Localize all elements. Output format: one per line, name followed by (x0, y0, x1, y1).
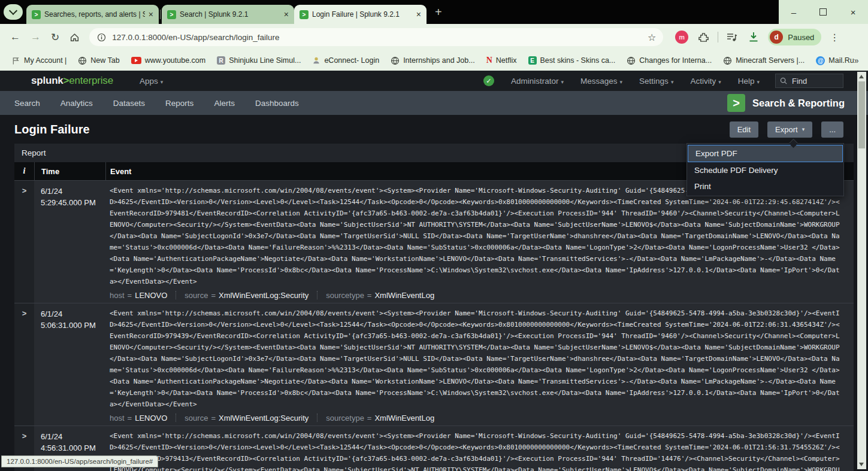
chevron-down-icon: ▾ (671, 79, 674, 85)
menu-item-schedule-pdf[interactable]: Schedule PDF Delivery (687, 162, 843, 178)
host-value[interactable]: LENOVO (135, 291, 167, 300)
splunk-logo[interactable]: splunk>enterprise (31, 75, 113, 87)
browser-window: > Searches, reports, and alerts | S × > … (0, 0, 868, 471)
site-letter-icon: R (217, 56, 225, 65)
health-check-icon[interactable]: ✓ (483, 75, 494, 86)
info-column-header: i (14, 162, 34, 180)
host-value[interactable]: LENOVO (135, 414, 167, 423)
find-search-box[interactable] (775, 74, 843, 88)
bookmark-item[interactable]: eConnect- Login (312, 56, 379, 65)
find-input[interactable] (791, 76, 837, 86)
bookmark-item[interactable]: @ Mail.Ru (816, 56, 854, 65)
new-tab-button[interactable]: + (435, 5, 442, 19)
address-bar[interactable]: 127.0.0.1:8000/en-US/app/search/login_fa… (89, 28, 663, 46)
tab-close-icon[interactable]: × (284, 10, 289, 19)
menu-item-print[interactable]: Print (687, 178, 843, 195)
bookmarks-right-group: » All Bookmarks (854, 50, 868, 71)
extensions-puzzle-icon[interactable] (698, 32, 709, 43)
chevron-down-icon (9, 7, 17, 15)
bookmark-item[interactable]: Changes for Interna... (627, 56, 712, 65)
bookmark-item[interactable]: Minecraft Servers |... (723, 56, 805, 65)
nav-reports[interactable]: Reports (165, 99, 193, 108)
event-raw-xml[interactable]: <Event xmlns='http://schemas.microsoft.c… (110, 430, 854, 471)
nav-datasets[interactable]: Datasets (113, 99, 145, 108)
bookmark-item[interactable]: E Best skins - Skins ca... (528, 56, 616, 65)
profile-button[interactable]: d Paused (768, 29, 821, 45)
tab-title: Login Failure | Splunk 9.2.1 (312, 10, 413, 19)
bookmark-item[interactable]: Internships and Job... (391, 56, 475, 65)
source-value[interactable]: XmlWinEventLog:Security (219, 414, 309, 423)
scroll-up-arrow-icon[interactable] (859, 75, 864, 78)
help-menu[interactable]: Help▾ (738, 77, 760, 86)
reload-button[interactable]: ↻ (51, 31, 59, 44)
back-button[interactable]: ← (10, 31, 20, 43)
nav-dashboards[interactable]: Dashboards (255, 99, 299, 108)
vertical-scrollbar[interactable] (857, 72, 866, 469)
apps-menu[interactable]: Apps▾ (140, 77, 163, 86)
downloads-button[interactable] (748, 32, 760, 42)
browser-menu-button[interactable]: ⋮ (830, 32, 839, 43)
export-button[interactable]: Export▾ (767, 121, 812, 138)
menu-item-export-pdf[interactable]: Export PDF (688, 145, 843, 162)
sourcetype-value[interactable]: XmlWinEventLog (374, 414, 434, 423)
forward-button[interactable]: → (31, 31, 41, 43)
browser-tab[interactable]: > Search | Splunk 9.2.1 × (162, 5, 294, 24)
event-cell: <Event xmlns='http://schemas.microsoft.c… (105, 181, 854, 303)
browser-titlebar: > Searches, reports, and alerts | S × > … (0, 0, 868, 24)
splunk-favicon-icon: > (167, 10, 176, 19)
bookmark-item[interactable]: www.youtube.com (131, 56, 205, 65)
browser-tab-active[interactable]: > Login Failure | Splunk 9.2.1 × (294, 5, 427, 24)
bookmark-star-icon[interactable]: ☆ (648, 32, 656, 43)
bookmark-item[interactable]: N Netflix (486, 56, 517, 65)
site-letter-icon: E (528, 56, 537, 65)
bookmark-item[interactable]: R Shinjuku Line Simul... (217, 56, 301, 65)
activity-menu[interactable]: Activity▾ (690, 77, 721, 86)
sourcetype-value[interactable]: XmlWinEventLog (374, 291, 434, 300)
bookmarks-overflow-button[interactable]: » (854, 56, 859, 65)
event-fields: host=LENOVO source=XmlWinEventLog:Securi… (110, 412, 854, 424)
expand-chevron-icon[interactable]: > (14, 181, 34, 303)
search-reporting-logo-icon: > (727, 94, 745, 112)
splunk-header: splunk>enterprise Apps▾ ✓ Administrator▾… (0, 71, 868, 91)
url-text: 127.0.0.1:8000/en-US/app/search/login_fa… (112, 33, 279, 42)
mailru-icon: @ (816, 56, 825, 65)
tab-search-button[interactable] (4, 4, 23, 20)
nav-analytics[interactable]: Analytics (61, 99, 93, 108)
nav-search[interactable]: Search (14, 99, 40, 108)
edit-button[interactable]: Edit (730, 121, 758, 138)
extension-icon[interactable]: m (675, 31, 688, 44)
source-value[interactable]: XmlWinEventLog:Security (219, 291, 309, 300)
scrollbar-thumb[interactable] (858, 81, 865, 148)
chevron-down-icon: ▾ (802, 126, 805, 132)
more-button[interactable]: ... (821, 121, 843, 138)
close-button[interactable]: × (844, 7, 862, 17)
tab-title: Search | Splunk 9.2.1 (180, 10, 280, 19)
chevron-down-icon: ▾ (757, 79, 760, 85)
tab-close-icon[interactable]: × (149, 10, 153, 19)
messages-menu[interactable]: Messages▾ (580, 77, 622, 86)
netflix-icon: N (486, 56, 492, 65)
chevron-down-icon: ▾ (620, 79, 623, 85)
avatar: d (770, 31, 783, 44)
scroll-down-arrow-icon[interactable] (859, 463, 864, 466)
web-content: splunk>enterprise Apps▾ ✓ Administrator▾… (0, 71, 868, 471)
browser-tab[interactable]: > Searches, reports, and alerts | S × (26, 5, 159, 24)
home-button[interactable] (69, 32, 80, 42)
globe-icon (391, 56, 400, 65)
nav-alerts[interactable]: Alerts (214, 99, 235, 108)
minimize-button[interactable]: – (785, 7, 803, 17)
browser-toolbar: ← → ↻ 127.0.0.1:8000/en-US/app/search/lo… (0, 24, 868, 50)
settings-menu[interactable]: Settings▾ (639, 77, 673, 86)
expand-chevron-icon[interactable]: > (14, 303, 34, 426)
bookmark-item[interactable]: New Tab (78, 56, 119, 65)
event-raw-xml[interactable]: <Event xmlns='http://schemas.microsoft.c… (110, 185, 854, 287)
administrator-menu[interactable]: Administrator▾ (511, 77, 564, 86)
event-raw-xml[interactable]: <Event xmlns='http://schemas.microsoft.c… (110, 308, 854, 410)
tab-close-icon[interactable]: × (416, 10, 421, 19)
maximize-button[interactable] (814, 8, 832, 16)
site-info-icon[interactable] (97, 33, 106, 42)
events-table-body: > 6/1/245:29:45.000 PM <Event xmlns='htt… (14, 180, 854, 471)
bookmark-item[interactable]: My Account | (11, 56, 66, 65)
media-controls-icon[interactable] (727, 32, 737, 42)
bookmarks-bar: My Account | New Tab www.youtube.com R S… (0, 50, 868, 71)
